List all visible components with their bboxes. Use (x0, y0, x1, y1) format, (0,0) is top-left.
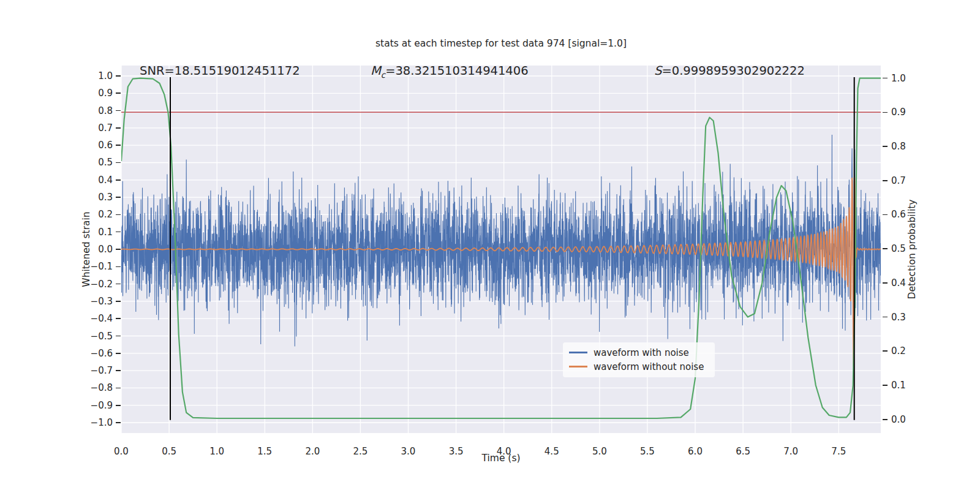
y-tick-label-left: 0.1 (74, 226, 113, 238)
x-tick-label: 0.5 (151, 445, 187, 458)
x-tick-label: 6.0 (677, 445, 714, 458)
y-tick-label-left: 0.5 (74, 156, 113, 168)
y-tick-mark-left (116, 318, 121, 319)
chart-title: stats at each timestep for test data 974… (121, 38, 881, 49)
y-tick-mark-left (116, 336, 121, 337)
x-tick-label: 5.0 (581, 445, 618, 458)
y-tick-label-left: 0.4 (74, 174, 113, 186)
y-tick-label-left: −1.0 (74, 417, 113, 429)
x-tick-label: 3.5 (438, 445, 475, 458)
x-tick-label: 3.0 (390, 445, 427, 458)
legend-item-without-noise: waveform without noise (569, 360, 709, 374)
y-tick-mark-left (116, 388, 121, 389)
y-tick-mark-left (116, 145, 121, 146)
y-tick-label-left: −0.6 (74, 347, 113, 360)
y-tick-mark-left (116, 127, 121, 129)
figure: stats at each timestep for test data 974… (0, 0, 980, 490)
y-tick-mark-right (883, 350, 888, 352)
x-tick-label: 7.0 (772, 445, 809, 458)
y-tick-label-right: 0.8 (891, 140, 928, 153)
x-tick-label: 0.0 (103, 445, 140, 458)
y-tick-label-right: 0.0 (891, 413, 928, 426)
y-tick-mark-right (883, 385, 888, 386)
y-tick-label-left: 0.9 (74, 87, 113, 99)
y-tick-mark-left (116, 162, 121, 164)
y-tick-label-left: −0.8 (74, 382, 113, 394)
x-tick-label: 7.5 (820, 445, 857, 458)
y-tick-label-left: −0.9 (74, 399, 113, 412)
y-tick-mark-right (883, 248, 888, 249)
x-tick-label: 1.5 (246, 445, 283, 458)
legend-item-with-noise: waveform with noise (569, 345, 709, 360)
chirp-mass-value: =38.321510314941406 (385, 64, 528, 78)
y-tick-mark-left (116, 214, 121, 216)
y-tick-label-right: 1.0 (891, 72, 928, 85)
y-tick-mark-right (883, 78, 888, 79)
y-tick-mark-right (883, 214, 888, 216)
y-tick-label-left: −0.7 (74, 364, 113, 377)
legend-label: waveform without noise (594, 361, 704, 372)
x-tick-label: 2.5 (342, 445, 379, 458)
y-tick-mark-right (883, 146, 888, 147)
y-tick-mark-left (116, 179, 121, 181)
legend: waveform with noise waveform without noi… (563, 342, 715, 377)
y-tick-mark-left (116, 422, 121, 423)
y-tick-label-left: −0.4 (74, 312, 113, 325)
y-tick-label-left: −0.2 (74, 278, 113, 290)
y-tick-mark-left (116, 353, 121, 354)
chirp-mass-symbol: M (371, 64, 381, 78)
annotation-snr: SNR=18.51519012451172 (140, 63, 300, 79)
y-tick-label-right: 0.5 (891, 243, 928, 255)
x-tick-label: 6.5 (725, 445, 761, 458)
y-tick-mark-right (883, 112, 888, 113)
y-tick-label-left: 0.2 (74, 208, 113, 221)
score-value: =0.9998959302902222 (662, 64, 804, 78)
legend-swatch-orange-line (569, 366, 587, 368)
y-tick-mark-left (116, 301, 121, 302)
y-tick-mark-left (116, 232, 121, 233)
legend-swatch-blue-line (569, 352, 587, 353)
x-tick-label: 2.0 (294, 445, 331, 458)
y-tick-mark-right (883, 419, 888, 420)
score-symbol: S (654, 64, 662, 78)
y-tick-label-right: 0.6 (891, 208, 928, 221)
y-tick-mark-left (116, 266, 121, 268)
y-tick-label-right: 0.9 (891, 106, 928, 118)
y-tick-mark-right (883, 180, 888, 181)
y-tick-label-left: 1.0 (74, 70, 113, 82)
y-tick-label-left: 0.0 (74, 243, 113, 255)
y-tick-mark-left (116, 284, 121, 285)
y-tick-mark-left (116, 249, 121, 250)
legend-label: waveform with noise (594, 347, 689, 358)
annotation-score: S=0.9998959302902222 (654, 63, 805, 79)
x-tick-label: 4.0 (486, 445, 522, 458)
y-tick-mark-left (116, 110, 121, 111)
y-tick-label-right: 0.4 (891, 277, 928, 289)
y-tick-label-left: 0.6 (74, 139, 113, 151)
y-tick-label-right: 0.7 (891, 175, 928, 187)
plot-area: SNR=18.51519012451172 Mc=38.321510314941… (121, 66, 881, 433)
annotation-chirp-mass: Mc=38.321510314941406 (371, 63, 529, 83)
y-tick-label-right: 0.2 (891, 345, 928, 357)
y-tick-label-right: 0.1 (891, 379, 928, 391)
x-tick-label: 4.5 (533, 445, 570, 458)
y-tick-mark-right (883, 317, 888, 318)
x-tick-label: 5.5 (629, 445, 666, 458)
y-tick-label-right: 0.3 (891, 311, 928, 323)
y-tick-mark-left (116, 75, 121, 77)
y-tick-label-left: −0.5 (74, 330, 113, 342)
y-tick-mark-left (116, 405, 121, 406)
y-tick-mark-right (883, 282, 888, 284)
y-tick-label-left: −0.1 (74, 260, 113, 273)
y-tick-label-left: 0.8 (74, 105, 113, 117)
x-tick-label: 1.0 (198, 445, 235, 458)
y-tick-mark-left (116, 92, 121, 94)
y-tick-mark-left (116, 370, 121, 371)
y-tick-label-left: −0.3 (74, 295, 113, 307)
y-tick-label-left: 0.3 (74, 191, 113, 203)
y-tick-label-left: 0.7 (74, 122, 113, 134)
y-tick-mark-left (116, 197, 121, 198)
